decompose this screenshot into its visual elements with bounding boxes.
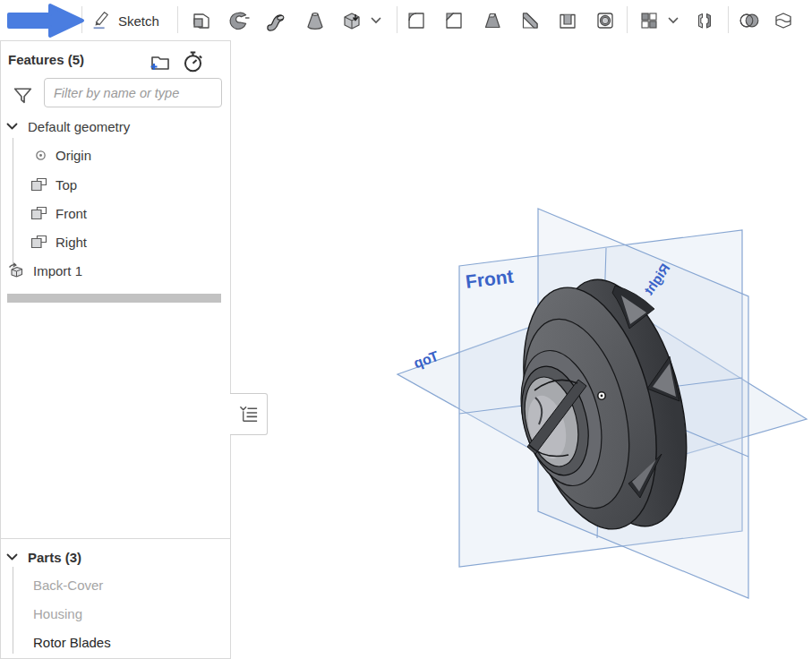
- shell-icon: [556, 9, 579, 32]
- tree-item-label: Front: [56, 206, 87, 221]
- filter-funnel-icon: [12, 84, 34, 107]
- toolbar-separator: [627, 6, 628, 33]
- mirror-button[interactable]: [688, 4, 721, 37]
- mirror-icon: [693, 9, 716, 32]
- thicken-icon: [340, 9, 363, 32]
- chamfer-icon: [442, 9, 466, 32]
- sweep-button[interactable]: [261, 4, 294, 37]
- loft-icon: [303, 9, 327, 32]
- filter-input[interactable]: [44, 78, 222, 107]
- tree-item-label: Default geometry: [28, 119, 130, 134]
- revolve-icon: [227, 9, 251, 32]
- add-folder-button[interactable]: [146, 49, 173, 76]
- part-row-rotor-blades[interactable]: Rotor Blades: [1, 629, 228, 655]
- origin-point[interactable]: [598, 392, 605, 399]
- split-icon: [772, 9, 795, 32]
- part-row-back-cover[interactable]: Back-Cover: [1, 571, 228, 598]
- draft-icon: [481, 9, 504, 32]
- chevron-down-icon: [371, 17, 381, 24]
- feature-list-toggle-tab[interactable]: [230, 393, 268, 435]
- rollback-stopwatch-button[interactable]: [179, 47, 206, 74]
- tree-item-label: Right: [56, 235, 87, 250]
- hole-icon: [594, 9, 617, 32]
- origin-icon: [35, 150, 47, 161]
- tree-item-label: Import 1: [33, 263, 82, 278]
- rib-button[interactable]: [514, 4, 546, 37]
- plane-icon: [30, 235, 47, 249]
- filter-button[interactable]: [9, 81, 36, 108]
- toolbar-separator: [397, 6, 397, 33]
- chamfer-button[interactable]: [438, 4, 470, 37]
- rollback-bar[interactable]: [7, 294, 221, 303]
- features-panel: Features (5) Default geometry Origin: [0, 40, 231, 659]
- boolean-button[interactable]: [733, 4, 765, 37]
- part-label: Rotor Blades: [33, 635, 111, 650]
- thicken-dropdown-button[interactable]: [367, 12, 385, 30]
- extrude-icon: [190, 9, 213, 32]
- toolbar-separator: [177, 6, 178, 33]
- add-folder-icon: [148, 52, 171, 73]
- tree-item-default-geometry[interactable]: Default geometry: [1, 113, 228, 140]
- chevron-down-icon[interactable]: [6, 123, 18, 131]
- feature-toolbar: Sketch: [0, 0, 812, 40]
- rollback-stopwatch-icon: [181, 49, 205, 73]
- fillet-button[interactable]: [400, 4, 432, 37]
- linear-pattern-dropdown-button[interactable]: [664, 12, 682, 30]
- parts-title: Parts (3): [28, 550, 81, 565]
- boolean-icon: [738, 9, 761, 32]
- tree-item-origin[interactable]: Origin: [1, 141, 228, 168]
- fillet-icon: [405, 9, 428, 32]
- chevron-down-icon[interactable]: [6, 553, 18, 561]
- tree-item-front-plane[interactable]: Front: [1, 200, 228, 227]
- linear-pattern-icon: [637, 9, 661, 32]
- extrude-button[interactable]: [185, 4, 218, 37]
- tree-item-label: Top: [56, 177, 77, 193]
- tree-item-right-plane[interactable]: Right: [1, 228, 228, 255]
- sweep-icon: [266, 9, 289, 32]
- tree-item-top-plane[interactable]: Top: [1, 171, 228, 198]
- part-label: Housing: [33, 606, 82, 621]
- rib-icon: [518, 9, 542, 32]
- shell-button[interactable]: [551, 4, 584, 37]
- part-row-housing[interactable]: Housing: [1, 600, 228, 627]
- sketch-button-label: Sketch: [118, 13, 159, 29]
- sketch-button[interactable]: Sketch: [86, 4, 163, 37]
- tree-item-label: Origin: [56, 148, 91, 163]
- toolbar-separator: [728, 6, 729, 33]
- toolbar-separator: [81, 6, 82, 33]
- plane-icon: [30, 206, 47, 220]
- revolve-button[interactable]: [223, 4, 255, 37]
- split-button[interactable]: [767, 4, 799, 37]
- features-panel-title: Features (5): [8, 52, 84, 67]
- thicken-button[interactable]: [336, 4, 368, 37]
- tree-item-import-1[interactable]: Import 1: [1, 257, 228, 284]
- parts-section: Parts (3) Back-Cover Housing Rotor Blade…: [1, 538, 230, 658]
- part-label: Back-Cover: [33, 578, 103, 593]
- linear-pattern-button[interactable]: [633, 4, 665, 37]
- import-icon: [7, 262, 26, 279]
- parts-header[interactable]: Parts (3): [1, 543, 228, 570]
- chevron-down-icon: [668, 17, 679, 24]
- feature-list-icon: [237, 403, 260, 425]
- app-window: Front Right Top Sketch: [0, 0, 812, 659]
- sketch-pencil-icon: [90, 9, 111, 33]
- loft-button[interactable]: [299, 4, 331, 37]
- hole-button[interactable]: [589, 4, 621, 37]
- draft-button[interactable]: [476, 4, 509, 37]
- plane-icon: [30, 177, 47, 192]
